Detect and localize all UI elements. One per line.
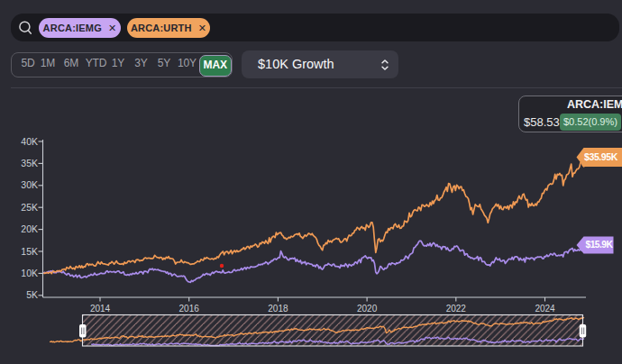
svg-text:2022: 2022 — [446, 304, 467, 314]
svg-text:10K: 10K — [21, 268, 38, 278]
svg-text:$35.95K: $35.95K — [584, 151, 618, 162]
svg-text:2024: 2024 — [535, 304, 555, 314]
svg-text:35K: 35K — [21, 158, 38, 168]
svg-text:25K: 25K — [21, 202, 38, 213]
svg-text:2018: 2018 — [268, 304, 288, 314]
svg-text:30K: 30K — [21, 179, 38, 190]
svg-text:40K: 40K — [21, 136, 38, 147]
svg-text:15K: 15K — [21, 246, 38, 257]
svg-text:$15.9K: $15.9K — [586, 240, 614, 250]
svg-text:2020: 2020 — [357, 304, 378, 314]
svg-text:2016: 2016 — [179, 304, 200, 314]
svg-text:5K: 5K — [26, 289, 38, 300]
svg-text:20K: 20K — [21, 223, 38, 234]
svg-text:2014: 2014 — [90, 304, 111, 314]
